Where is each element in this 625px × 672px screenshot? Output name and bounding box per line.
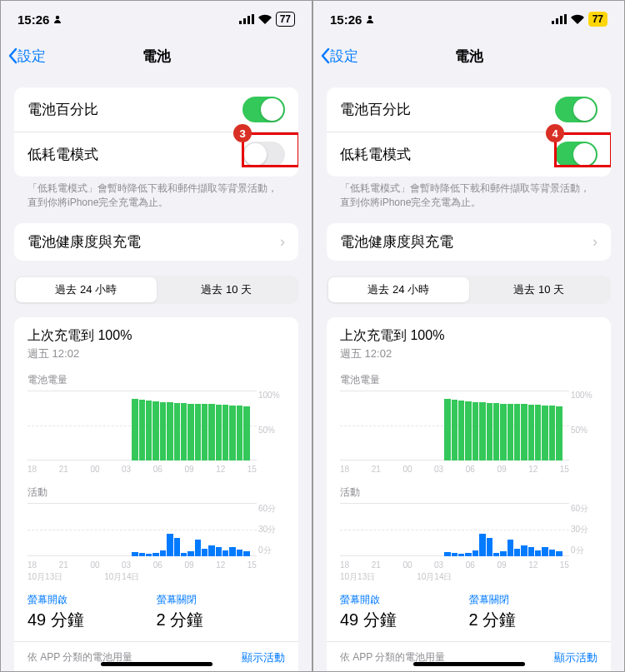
svg-point-0 [56, 16, 59, 19]
svg-rect-3 [248, 16, 250, 24]
status-bar: 15:26 77 [1, 1, 312, 37]
battery-percent-toggle[interactable] [242, 97, 285, 122]
battery-level-chart[interactable]: 100%50% 1821000306091215 [28, 391, 285, 474]
low-power-footnote: 「低耗電模式」會暫時降低下載和郵件擷取等背景活動，直到你將iPhone完全充電為… [14, 177, 298, 210]
battery-percent-toggle[interactable] [555, 97, 598, 122]
wifi-icon [258, 14, 272, 24]
back-button[interactable]: 設定 [8, 47, 46, 66]
svg-rect-9 [564, 14, 567, 24]
low-power-row: 低耗電模式 3 [14, 132, 298, 177]
show-activity-link[interactable]: 顯示活動 [554, 650, 598, 665]
page-title: 電池 [142, 47, 171, 66]
show-activity-link[interactable]: 顯示活動 [242, 650, 285, 665]
battery-health-label: 電池健康度與充電 [340, 232, 453, 251]
screen-on-value: 49 分鐘 [340, 609, 469, 631]
last-charge-title: 上次充電到 100% [28, 327, 285, 345]
svg-rect-7 [556, 18, 558, 24]
screen-off-label: 螢幕關閉 [469, 593, 598, 607]
svg-rect-6 [552, 21, 554, 24]
last-charge-time: 週五 12:02 [28, 346, 285, 361]
svg-point-5 [368, 16, 372, 19]
battery-percent-row: 電池百分比 [14, 87, 298, 132]
battery-health-row[interactable]: 電池健康度與充電 › [327, 223, 611, 261]
seg-10d[interactable]: 過去 10 天 [469, 277, 610, 302]
low-power-row: 低耗電模式 4 [327, 132, 611, 177]
battery-level-chart-label: 電池電量 [340, 373, 598, 387]
annotation-badge: 4 [546, 124, 564, 142]
battery-percent-label: 電池百分比 [340, 100, 411, 119]
activity-chart[interactable]: 60分30分0分 1821000306091215 [28, 503, 285, 570]
page-title: 電池 [455, 47, 483, 66]
status-time: 15:26 [18, 12, 49, 27]
time-range-segmented[interactable]: 過去 24 小時 過去 10 天 [14, 276, 298, 304]
status-bar: 15:26 77 [313, 1, 624, 37]
back-label: 設定 [330, 47, 358, 66]
chevron-right-icon: › [280, 233, 285, 251]
svg-rect-2 [243, 18, 246, 24]
battery-level-chart[interactable]: 100%50% 1821000306091215 [340, 391, 598, 474]
svg-rect-1 [239, 21, 242, 24]
nav-bar: 設定 電池 [313, 37, 624, 74]
battery-percent-label: 電池百分比 [28, 100, 98, 119]
person-icon [365, 14, 375, 24]
screen-off-value: 2 分鐘 [157, 609, 286, 631]
battery-health-row[interactable]: 電池健康度與充電 › [14, 223, 298, 261]
screen-on-value: 49 分鐘 [28, 609, 157, 631]
svg-rect-4 [252, 14, 254, 24]
activity-chart[interactable]: 60分30分0分 1821000306091215 [340, 503, 598, 570]
last-charge-time: 週五 12:02 [340, 346, 598, 361]
battery-indicator: 77 [588, 12, 608, 27]
battery-card: 上次充電到 100% 週五 12:02 電池電量 100%50% 1821000… [327, 317, 611, 671]
screen-on-label: 螢幕開啟 [340, 593, 469, 607]
low-power-label: 低耗電模式 [340, 145, 411, 164]
battery-health-label: 電池健康度與充電 [28, 232, 141, 251]
seg-24h[interactable]: 過去 24 小時 [16, 277, 157, 302]
status-time: 15:26 [330, 12, 362, 27]
signal-icon [239, 14, 254, 24]
battery-percent-row: 電池百分比 [327, 87, 611, 132]
seg-24h[interactable]: 過去 24 小時 [328, 277, 469, 302]
signal-icon [552, 14, 567, 24]
battery-card: 上次充電到 100% 週五 12:02 電池電量 100%50% 1821000… [14, 317, 298, 671]
annotation-badge: 3 [233, 124, 252, 142]
low-power-label: 低耗電模式 [28, 145, 98, 164]
activity-chart-label: 活動 [340, 485, 598, 500]
home-indicator[interactable] [413, 662, 525, 666]
chevron-right-icon: › [592, 233, 598, 251]
home-indicator[interactable] [101, 662, 212, 666]
wifi-icon [571, 14, 584, 24]
time-range-segmented[interactable]: 過去 24 小時 過去 10 天 [327, 276, 611, 304]
low-power-footnote: 「低耗電模式」會暫時降低下載和郵件擷取等背景活動，直到你將iPhone完全充電為… [327, 177, 611, 210]
back-button[interactable]: 設定 [320, 47, 358, 66]
nav-bar: 設定 電池 [1, 37, 312, 74]
battery-indicator: 77 [276, 12, 295, 27]
person-icon [52, 14, 62, 24]
back-label: 設定 [18, 47, 46, 66]
activity-chart-label: 活動 [28, 485, 285, 500]
screen-on-label: 螢幕開啟 [28, 593, 157, 607]
last-charge-title: 上次充電到 100% [340, 327, 598, 345]
svg-rect-8 [560, 16, 562, 24]
screen-off-value: 2 分鐘 [469, 609, 598, 631]
battery-level-chart-label: 電池電量 [28, 373, 285, 387]
seg-10d[interactable]: 過去 10 天 [157, 277, 298, 302]
chevron-left-icon [320, 47, 330, 64]
chevron-left-icon [8, 47, 18, 64]
screen-off-label: 螢幕關閉 [157, 593, 286, 607]
